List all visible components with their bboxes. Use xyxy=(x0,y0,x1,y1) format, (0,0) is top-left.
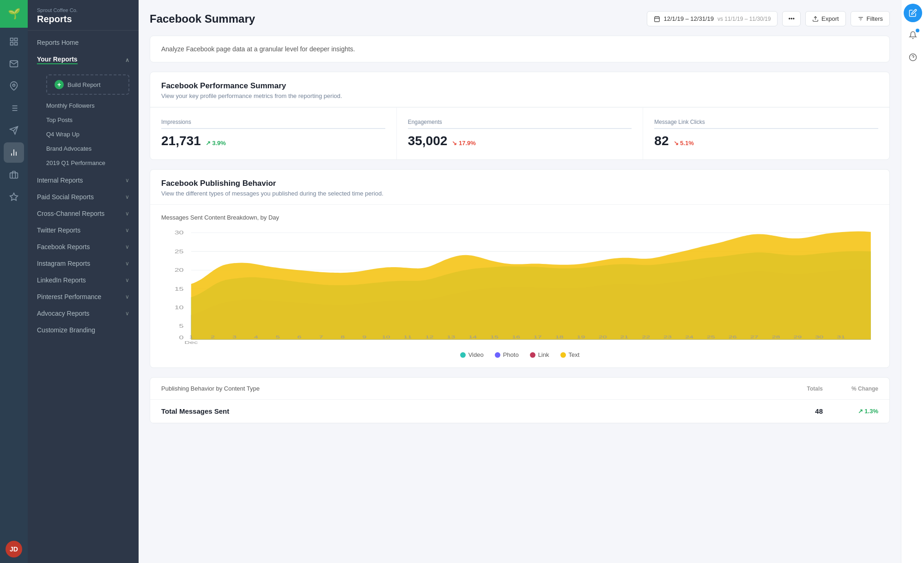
customize-branding-label: Customize Branding xyxy=(37,326,95,334)
nav-pin-icon[interactable] xyxy=(4,76,24,96)
help-icon xyxy=(909,53,917,61)
sidebar-item-q4-wrap-up[interactable]: Q4 Wrap Up xyxy=(37,127,139,141)
export-button[interactable]: Export xyxy=(805,11,846,26)
publishing-behavior-subtitle: View the different types of messages you… xyxy=(161,190,878,197)
svg-text:7: 7 xyxy=(319,335,323,340)
svg-text:15: 15 xyxy=(490,335,498,340)
sidebar-title: Reports xyxy=(37,14,129,24)
sidebar-item-pinterest[interactable]: Pinterest Performance ∨ xyxy=(28,288,139,305)
svg-text:18: 18 xyxy=(555,335,564,340)
nav-home-icon[interactable] xyxy=(4,31,24,52)
user-avatar[interactable]: JD xyxy=(6,541,22,557)
top-posts-label: Top Posts xyxy=(46,116,73,123)
nav-reports-icon[interactable] xyxy=(4,142,24,163)
compose-icon xyxy=(909,9,917,17)
text-legend-dot xyxy=(560,352,566,358)
twitter-reports-chevron: ∨ xyxy=(125,227,129,233)
sidebar-item-paid-social[interactable]: Paid Social Reports ∨ xyxy=(28,189,139,205)
filters-button[interactable]: Filters xyxy=(851,11,890,26)
compare-range-text: vs 11/1/19 – 11/30/19 xyxy=(717,16,771,22)
sidebar-item-advocacy-reports[interactable]: Advocacy Reports ∨ xyxy=(28,305,139,322)
more-options-button[interactable]: ••• xyxy=(782,11,801,26)
svg-text:20: 20 xyxy=(175,268,184,273)
svg-text:29: 29 xyxy=(793,335,802,340)
description-text: Analyze Facebook page data at a granular… xyxy=(161,45,355,53)
rail-icons xyxy=(0,31,28,207)
sidebar-item-internal-reports[interactable]: Internal Reports ∨ xyxy=(28,172,139,189)
svg-text:30: 30 xyxy=(175,230,184,236)
table-row-total: 48 xyxy=(767,407,823,415)
sidebar-item-2019-q1[interactable]: 2019 Q1 Performance xyxy=(37,156,139,170)
sidebar-item-customize-branding[interactable]: Customize Branding xyxy=(28,322,139,338)
notifications-button[interactable] xyxy=(904,26,922,44)
svg-marker-17 xyxy=(10,193,18,201)
nav-inbox-icon[interactable] xyxy=(4,54,24,74)
sidebar-item-cross-channel[interactable]: Cross-Channel Reports ∨ xyxy=(28,205,139,222)
svg-text:25: 25 xyxy=(175,249,184,254)
publishing-behavior-header: Facebook Publishing Behavior View the di… xyxy=(150,170,889,205)
monthly-followers-label: Monthly Followers xyxy=(46,102,95,109)
stat-message-link-clicks: Message Link Clicks 82 ↘ 5.1% xyxy=(643,108,889,159)
sidebar-item-twitter-reports[interactable]: Twitter Reports ∨ xyxy=(28,222,139,239)
impressions-label: Impressions xyxy=(161,119,385,129)
svg-text:16: 16 xyxy=(512,335,520,340)
engagements-change: ↘ 17.9% xyxy=(452,140,475,147)
nav-send-icon[interactable] xyxy=(4,120,24,141)
export-label: Export xyxy=(821,15,839,22)
header-actions: 12/1/19 – 12/31/19 vs 11/1/19 – 11/30/19… xyxy=(647,11,890,26)
nav-briefcase-icon[interactable] xyxy=(4,165,24,185)
sidebar-item-instagram-reports[interactable]: Instagram Reports ∨ xyxy=(28,255,139,272)
sidebar-item-monthly-followers[interactable]: Monthly Followers xyxy=(37,98,139,113)
paid-social-chevron: ∨ xyxy=(125,194,129,200)
help-button[interactable] xyxy=(904,48,922,67)
your-reports-sub-section: + Build Report Monthly Followers Top Pos… xyxy=(28,69,139,172)
svg-text:Dec: Dec xyxy=(184,340,198,344)
table-header-totals: Totals xyxy=(767,386,823,392)
cross-channel-chevron: ∨ xyxy=(125,210,129,217)
internal-reports-chevron: ∨ xyxy=(125,177,129,184)
main-header: Facebook Summary 12/1/19 – 12/31/19 vs 1… xyxy=(150,11,890,26)
video-legend-label: Video xyxy=(468,351,484,358)
nav-list-icon[interactable] xyxy=(4,98,24,118)
date-range-button[interactable]: 12/1/19 – 12/31/19 vs 11/1/19 – 11/30/19 xyxy=(647,11,778,26)
publishing-behavior-title: Facebook Publishing Behavior xyxy=(161,179,878,188)
compose-button[interactable] xyxy=(904,4,922,22)
notification-badge xyxy=(916,29,919,32)
sidebar-item-top-posts[interactable]: Top Posts xyxy=(37,113,139,127)
sidebar-item-your-reports[interactable]: Your Reports ∧ xyxy=(28,51,139,69)
svg-text:12: 12 xyxy=(425,335,433,340)
build-report-button[interactable]: + Build Report xyxy=(46,74,129,95)
svg-text:14: 14 xyxy=(468,335,477,340)
publishing-behavior-table-card: Publishing Behavior by Content Type Tota… xyxy=(150,377,890,423)
message-link-clicks-label: Message Link Clicks xyxy=(654,119,878,129)
performance-summary-title: Facebook Performance Summary xyxy=(161,81,878,91)
advocacy-reports-chevron: ∨ xyxy=(125,310,129,317)
svg-text:15: 15 xyxy=(175,286,184,292)
engagements-label: Engagements xyxy=(408,119,632,129)
sidebar-item-linkedin-reports[interactable]: LinkedIn Reports ∨ xyxy=(28,272,139,288)
sidebar-item-brand-advocates[interactable]: Brand Advocates xyxy=(37,141,139,156)
sidebar-item-reports-home[interactable]: Reports Home xyxy=(28,34,139,51)
sidebar-item-facebook-reports[interactable]: Facebook Reports ∨ xyxy=(28,239,139,255)
svg-text:0: 0 xyxy=(179,335,184,341)
advocacy-reports-label: Advocacy Reports xyxy=(37,310,90,317)
text-legend-label: Text xyxy=(569,351,580,358)
instagram-reports-chevron: ∨ xyxy=(125,260,129,267)
q4-wrap-up-label: Q4 Wrap Up xyxy=(46,131,79,138)
svg-text:13: 13 xyxy=(447,335,455,340)
table-row-name: Total Messages Sent xyxy=(161,407,767,415)
engagements-value: 35,002 xyxy=(408,134,448,148)
svg-text:21: 21 xyxy=(620,335,628,340)
table-header: Publishing Behavior by Content Type Tota… xyxy=(150,378,889,400)
sidebar-reports-home-label: Reports Home xyxy=(37,39,79,46)
stats-row: Impressions 21,731 ↗ 3.9% Engagements 35… xyxy=(150,107,889,159)
pinterest-label: Pinterest Performance xyxy=(37,293,101,300)
message-link-clicks-value-row: 82 ↘ 5.1% xyxy=(654,134,878,148)
nav-star-icon[interactable] xyxy=(4,187,24,207)
filters-icon xyxy=(857,16,864,22)
svg-text:9: 9 xyxy=(362,335,366,340)
facebook-reports-chevron: ∨ xyxy=(125,244,129,250)
svg-text:5: 5 xyxy=(276,335,280,340)
svg-text:19: 19 xyxy=(577,335,585,340)
svg-text:30: 30 xyxy=(815,335,823,340)
